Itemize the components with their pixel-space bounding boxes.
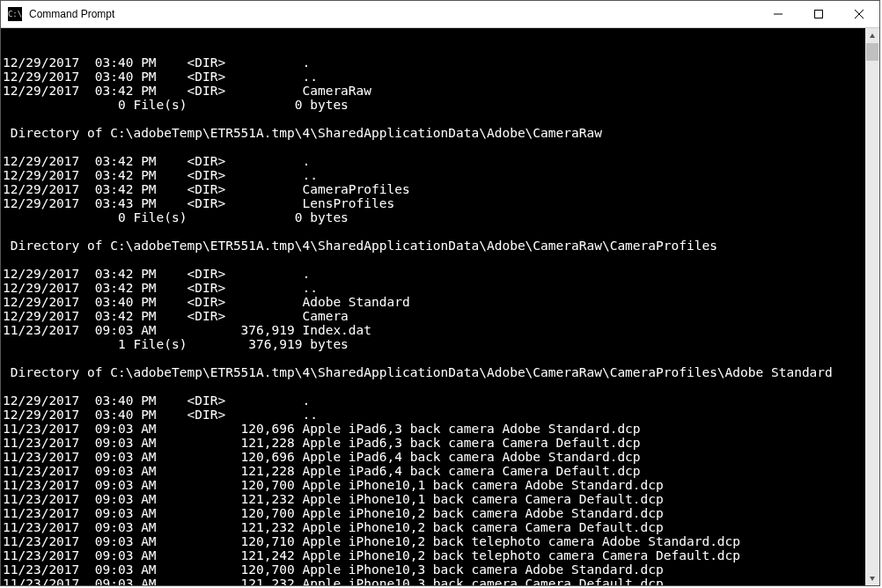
- console-output: 12/29/2017 03:40 PM <DIR> . 12/29/2017 0…: [1, 41, 879, 586]
- titlebar[interactable]: C:\ Command Prompt: [1, 1, 879, 28]
- maximize-button[interactable]: [798, 1, 839, 27]
- scrollbar-down-arrow[interactable]: [865, 570, 879, 585]
- cmd-icon: C:\: [8, 7, 22, 21]
- window-title: Command Prompt: [29, 8, 758, 20]
- close-button[interactable]: [839, 1, 879, 27]
- window-controls: [758, 1, 879, 27]
- command-prompt-window: C:\ Command Prompt 12/29/2017 03:40 PM <…: [0, 0, 880, 586]
- vertical-scrollbar[interactable]: [865, 28, 879, 585]
- scrollbar-up-arrow[interactable]: [865, 28, 879, 43]
- svg-marker-4: [870, 33, 875, 38]
- svg-marker-5: [870, 577, 875, 581]
- console-area[interactable]: 12/29/2017 03:40 PM <DIR> . 12/29/2017 0…: [1, 28, 879, 585]
- scrollbar-thumb[interactable]: [866, 43, 878, 61]
- svg-rect-1: [815, 11, 823, 18]
- minimize-button[interactable]: [758, 1, 798, 27]
- cmd-icon-glyph: C:\: [8, 11, 22, 18]
